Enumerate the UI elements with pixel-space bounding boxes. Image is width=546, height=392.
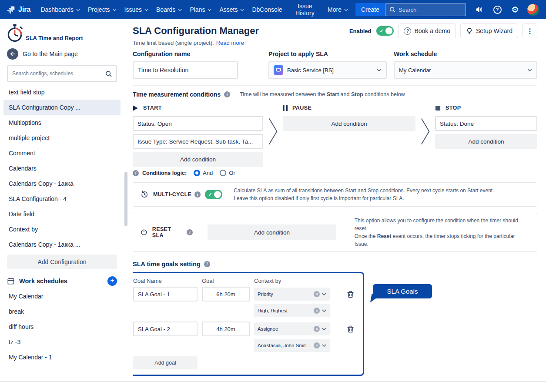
nav-menu-item[interactable]: Projects xyxy=(84,3,121,16)
nav-menu-item[interactable]: Assets xyxy=(215,3,248,16)
info-icon[interactable]: i xyxy=(133,170,139,176)
condition-field[interactable]: Status: Done xyxy=(435,116,537,131)
sidebar-config-item[interactable]: Calendars Copy - 1акка ... xyxy=(3,237,121,252)
chevron-right-icon xyxy=(420,117,431,146)
sidebar-config-item[interactable]: Calendars xyxy=(3,161,121,176)
help-button[interactable]: ? xyxy=(492,4,503,15)
sidebar-config-item[interactable]: Context by xyxy=(3,221,121,237)
goal-time-value: 6h 20m xyxy=(216,291,235,298)
clear-icon[interactable] xyxy=(314,308,320,314)
info-icon[interactable]: i xyxy=(224,91,230,97)
sidebar-schedule-item[interactable]: tz -3 xyxy=(3,334,121,349)
delete-goal-button[interactable] xyxy=(346,325,355,334)
work-schedule-select[interactable]: My Calendar xyxy=(394,61,537,79)
nav-menu-item[interactable]: Dashboards xyxy=(37,3,84,16)
info-icon[interactable]: i xyxy=(187,229,193,235)
settings-button[interactable]: ⚙ xyxy=(509,4,521,15)
goal-time-value: 4h 20m xyxy=(216,326,235,332)
sidebar-search-input[interactable] xyxy=(12,70,102,77)
config-item-label: Comment xyxy=(9,150,35,157)
goal-name-input[interactable]: SLA Goal - 1 xyxy=(133,287,198,302)
sidebar-schedule-item[interactable]: My Calendar - 1 xyxy=(3,349,121,365)
goal-name-input[interactable]: SLA Goal - 2 xyxy=(133,322,198,336)
setup-wizard-button[interactable]: Setup Wizard xyxy=(460,23,518,38)
start-add-condition-button[interactable]: Add condition xyxy=(133,152,263,167)
app-name: SLA Time and Report xyxy=(26,35,83,43)
sidebar-config-item[interactable]: SLA Configuration Copy ... xyxy=(3,100,121,115)
clear-icon[interactable] xyxy=(314,342,320,348)
brand-label: Jira xyxy=(18,6,30,13)
context-field-select[interactable]: Priority xyxy=(254,288,330,301)
nav-menu-item-label: More xyxy=(328,6,342,13)
clear-icon[interactable] xyxy=(314,291,320,297)
context-values-select[interactable]: High, Highest xyxy=(254,304,330,317)
sidebar-schedule-item[interactable]: My Calendar xyxy=(3,288,121,304)
logic-and-option[interactable]: And xyxy=(194,170,213,176)
sidebar-config-item[interactable]: Multioptions xyxy=(3,115,121,130)
config-form-row: Configuration name Project to apply SLA … xyxy=(133,50,537,79)
more-menu-button[interactable]: ⋮ xyxy=(523,23,537,38)
nav-menu-item[interactable]: More xyxy=(324,3,352,16)
chevron-down-icon xyxy=(377,69,382,72)
pause-add-condition-button[interactable]: Add condition xyxy=(283,116,415,131)
sidebar-config-item[interactable]: SLA Configuration - 4 xyxy=(3,191,121,206)
book-demo-button[interactable]: ? Book a demo xyxy=(398,23,456,38)
play-icon xyxy=(133,105,138,111)
create-button[interactable]: Create xyxy=(355,3,385,16)
sidebar-search[interactable] xyxy=(7,65,117,82)
multi-cycle-toggle[interactable]: ✓ xyxy=(205,190,222,199)
sidebar-config-item[interactable]: Calendars Copy - 1акка xyxy=(3,176,121,191)
sidebar-config-item[interactable]: Comment xyxy=(3,145,121,161)
chevron-down-icon xyxy=(178,9,182,11)
reset-add-condition-button[interactable]: Add condition xyxy=(208,224,336,240)
context-field-select[interactable]: Assignee xyxy=(254,322,330,335)
read-more-link[interactable]: Read more xyxy=(216,40,244,46)
user-avatar[interactable] xyxy=(527,4,539,16)
stop-icon xyxy=(435,105,441,111)
sidebar-schedule-item[interactable]: break xyxy=(3,304,121,319)
goal-time-input[interactable]: 4h 20m xyxy=(202,322,250,336)
back-to-main-link[interactable]: Go to the Main page xyxy=(7,48,117,60)
config-item-label: Calendars xyxy=(9,165,37,172)
add-goal-button[interactable]: Add goal xyxy=(133,356,198,369)
nav-menu-item[interactable]: Issue History xyxy=(286,0,324,19)
enabled-label: Enabled xyxy=(349,28,372,34)
project-select[interactable]: Basic Service [BS] xyxy=(268,61,387,79)
sidebar-schedule-item[interactable]: diff hours xyxy=(3,319,121,334)
enabled-toggle[interactable]: ✓ xyxy=(376,26,394,36)
nav-menu-item[interactable]: DbConsole xyxy=(248,3,286,16)
conditions-title: Time measurement conditions xyxy=(133,91,221,98)
app-logo: SLA Time and Report xyxy=(0,19,124,43)
nav-menu-item[interactable]: Plans xyxy=(186,3,215,16)
announcements-button[interactable] xyxy=(474,4,485,15)
scrollbar-thumb[interactable] xyxy=(124,172,127,226)
info-icon[interactable]: i xyxy=(204,261,210,267)
sidebar-config-item[interactable]: Date field xyxy=(3,206,121,221)
stop-add-condition-button[interactable]: Add condition xyxy=(435,134,537,149)
add-configuration-button[interactable]: Add Configuration xyxy=(7,255,117,269)
info-icon[interactable]: i xyxy=(194,191,201,198)
nav-menu-item[interactable]: Boards xyxy=(152,3,186,16)
sidebar-config-item[interactable]: multiple project xyxy=(3,130,121,145)
goal-time-input[interactable]: 6h 20m xyxy=(202,287,250,302)
nav-menu-item[interactable]: Issues xyxy=(121,3,152,16)
navbar-search-input[interactable] xyxy=(399,7,462,13)
nav-menu-item-label: Assets xyxy=(219,6,238,13)
schedule-item-label: break xyxy=(9,308,24,315)
condition-field[interactable]: Status: Open xyxy=(133,116,263,131)
add-schedule-button[interactable]: + xyxy=(107,276,117,286)
sidebar-config-item[interactable]: text field stop xyxy=(3,84,121,100)
sla-goals-callout: SLA Goals xyxy=(373,284,432,298)
clear-icon[interactable] xyxy=(314,326,320,332)
logic-or-option[interactable]: Or xyxy=(220,170,235,176)
delete-goal-button[interactable] xyxy=(346,290,355,299)
navbar-search[interactable] xyxy=(385,3,466,16)
page-title: SLA Configuration Manager xyxy=(133,25,259,37)
calendar-icon xyxy=(7,277,15,285)
config-name-input[interactable] xyxy=(133,61,238,79)
context-values-select[interactable]: Anastasiia, John Smit... xyxy=(254,339,330,352)
power-icon xyxy=(140,228,148,236)
condition-field[interactable]: Issue Type: Service Request, Sub-task, T… xyxy=(133,134,263,149)
jira-logo[interactable]: Jira xyxy=(6,5,30,14)
schedule-list: My Calendar break diff hours tz -3 My Ca… xyxy=(0,286,124,365)
